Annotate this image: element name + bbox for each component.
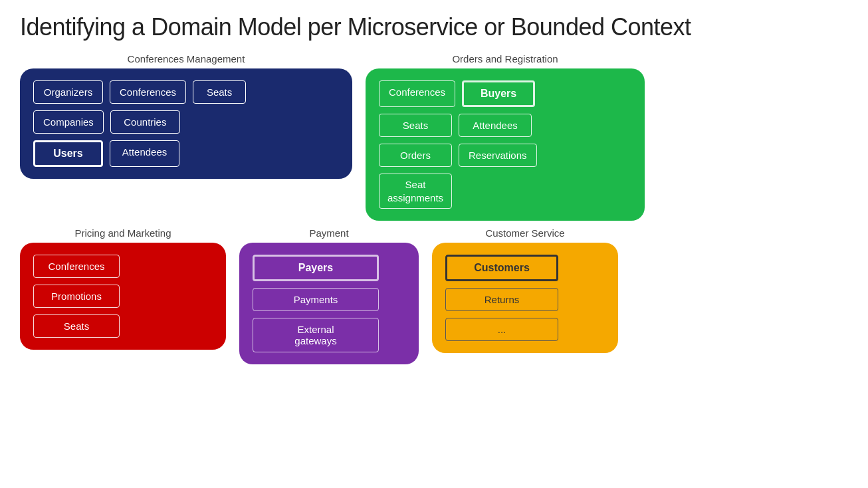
or-row-4: Seatassignments [379, 174, 631, 209]
cm-row-1: Organizers Conferences Seats [33, 80, 339, 104]
entity-cm-seats: Seats [193, 80, 246, 104]
pricing-marketing-label: Pricing and Marketing [74, 227, 171, 239]
entity-organizers: Organizers [33, 80, 103, 104]
or-row-1: Conferences Buyers [379, 80, 631, 107]
pm-row-2: Promotions [33, 285, 213, 308]
conferences-management-context: Organizers Conferences Seats Companies C… [20, 68, 352, 179]
cm-row-3: Users Attendees [33, 140, 339, 167]
entity-orders: Orders [379, 144, 452, 167]
payment-section: Payment Payers Payments Externalgateways [239, 227, 419, 364]
entity-external-gateways: Externalgateways [253, 318, 379, 352]
pricing-marketing-context: Conferences Promotions Seats [20, 243, 226, 350]
entity-countries: Countries [110, 110, 180, 134]
entity-companies: Companies [33, 110, 104, 134]
entity-customers: Customers [445, 255, 558, 281]
customer-service-label: Customer Service [485, 227, 564, 239]
pm-row-3: Seats [33, 314, 213, 338]
entity-users: Users [33, 140, 103, 167]
bottom-row: Pricing and Marketing Conferences Promot… [20, 227, 848, 364]
cm-row-2: Companies Countries [33, 110, 339, 134]
orders-registration-context: Conferences Buyers Seats Attendees Order… [366, 68, 645, 221]
payment-context: Payers Payments Externalgateways [239, 243, 419, 364]
entity-ellipsis: ... [445, 318, 558, 341]
or-row-2: Seats Attendees [379, 114, 631, 137]
pricing-marketing-section: Pricing and Marketing Conferences Promot… [20, 227, 226, 350]
customer-service-context: Customers Returns ... [432, 243, 618, 353]
entity-buyers: Buyers [462, 80, 535, 107]
conferences-management-label: Conferences Management [128, 53, 245, 64]
entity-cm-attendees: Attendees [110, 140, 179, 167]
cs-row-3: ... [445, 318, 605, 341]
top-row: Conferences Management Organizers Confer… [20, 53, 848, 221]
pay-row-1: Payers [253, 255, 405, 281]
page-title: Identifying a Domain Model per Microserv… [20, 13, 848, 41]
entity-or-seats: Seats [379, 114, 452, 137]
entity-seat-assignments: Seatassignments [379, 174, 452, 209]
orders-registration-label: Orders and Registration [452, 53, 558, 64]
entity-reservations: Reservations [459, 144, 537, 167]
entity-or-conferences: Conferences [379, 80, 455, 107]
conferences-management-section: Conferences Management Organizers Confer… [20, 53, 352, 179]
diagram-area: Conferences Management Organizers Confer… [20, 53, 848, 364]
pay-row-2: Payments [253, 288, 405, 311]
entity-attendees: Attendees [459, 114, 532, 137]
or-row-3: Orders Reservations [379, 144, 631, 167]
entity-payers: Payers [253, 255, 379, 281]
customer-service-section: Customer Service Customers Returns ... [432, 227, 618, 353]
entity-pm-conferences: Conferences [33, 255, 120, 278]
entity-cm-conferences: Conferences [110, 80, 186, 104]
entity-payments: Payments [253, 288, 379, 311]
entity-promotions: Promotions [33, 285, 120, 308]
cs-row-2: Returns [445, 288, 605, 311]
pay-row-3: Externalgateways [253, 318, 405, 352]
pm-row-1: Conferences [33, 255, 213, 278]
payment-label: Payment [309, 227, 348, 239]
cs-row-1: Customers [445, 255, 605, 281]
orders-registration-section: Orders and Registration Conferences Buye… [366, 53, 645, 221]
entity-pm-seats: Seats [33, 314, 120, 338]
entity-returns: Returns [445, 288, 558, 311]
